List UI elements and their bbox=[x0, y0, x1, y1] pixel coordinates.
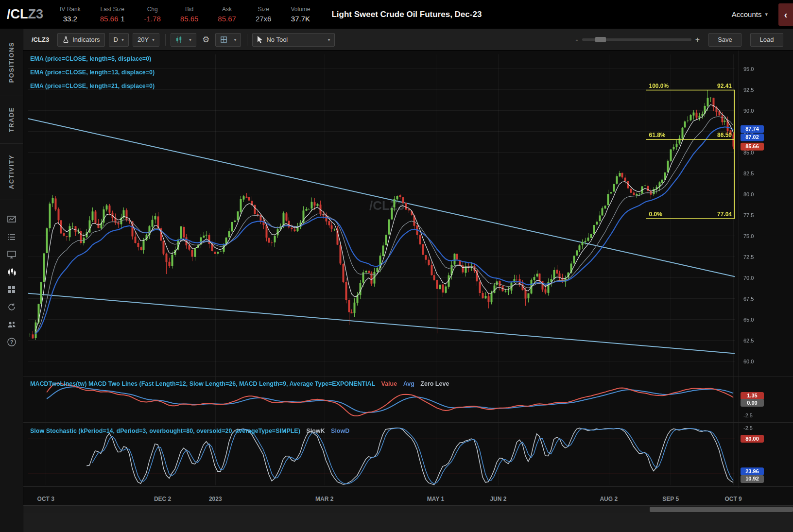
grid-layout-icon bbox=[220, 36, 227, 43]
collapse-chevron-icon: ‹ bbox=[784, 9, 788, 20]
save-button[interactable]: Save bbox=[708, 33, 741, 47]
range-dropdown[interactable]: 20Y ▾ bbox=[133, 33, 159, 47]
collapse-panel-button[interactable]: ‹ bbox=[778, 3, 793, 26]
trade-tab-label: TRADE bbox=[8, 107, 15, 132]
range-value: 20Y bbox=[138, 36, 149, 43]
chart-toolbar: /CLZ3 Indicators D ▾ 20Y ▾ ▾ bbox=[23, 29, 793, 51]
header-stat-chg: Chg-1.78 bbox=[144, 6, 161, 23]
grid-layout-dropdown[interactable]: ▾ bbox=[215, 33, 241, 47]
time-axis-label: OCT 9 bbox=[724, 496, 741, 502]
chevron-down-icon: ▾ bbox=[328, 37, 330, 42]
stat-value: -1.78 bbox=[144, 15, 161, 23]
horizontal-scrollbar[interactable] bbox=[23, 505, 793, 513]
time-axis-label: AUG 2 bbox=[600, 496, 618, 502]
stat-value: 85.67 bbox=[218, 15, 236, 23]
chevron-down-icon: ▾ bbox=[152, 37, 155, 42]
stat-label: Size bbox=[258, 6, 269, 13]
left-sidebar: POSITIONS TRADE ACTIVITY bbox=[0, 29, 23, 532]
timeframe-value: D bbox=[114, 36, 118, 43]
stat-label: Last Size bbox=[100, 6, 124, 13]
zoom-controls: - + Save Load bbox=[571, 33, 787, 47]
stat-label: IV Rank bbox=[60, 6, 81, 13]
header-stat-last-size: Last Size85.661 bbox=[100, 6, 125, 23]
ema-5-study-label[interactable]: EMA (price=CLOSE, length=5, displace=0) bbox=[30, 55, 155, 69]
load-label: Load bbox=[760, 36, 774, 43]
tool-value: No Tool bbox=[266, 36, 288, 43]
sidebar-tab-positions[interactable]: POSITIONS bbox=[0, 29, 23, 96]
candlestick-style-icon bbox=[175, 36, 183, 43]
history-icon[interactable] bbox=[0, 298, 23, 316]
timeframe-dropdown[interactable]: D ▾ bbox=[109, 33, 129, 47]
zoom-in-button[interactable]: + bbox=[691, 35, 704, 44]
zoom-slider-thumb[interactable] bbox=[595, 37, 606, 42]
save-label: Save bbox=[718, 36, 732, 43]
candle-chart-icon[interactable] bbox=[0, 263, 23, 281]
symbol-month-code: Z3 bbox=[28, 7, 44, 21]
svg-text:?: ? bbox=[10, 340, 13, 345]
stat-label: Ask bbox=[222, 6, 232, 13]
scrollbar-thumb[interactable] bbox=[650, 507, 793, 512]
time-axis-label: MAY 1 bbox=[427, 496, 444, 502]
stat-value: 37.7K bbox=[291, 15, 310, 23]
stat-value: 27x6 bbox=[256, 15, 272, 23]
settings-button[interactable]: ⚙ bbox=[200, 33, 211, 47]
chart-area: EMA (price=CLOSE, length=5, displace=0) … bbox=[23, 51, 793, 494]
flask-icon bbox=[62, 36, 69, 43]
header-stat-volume: Volume37.7K bbox=[291, 6, 310, 23]
time-axis-label: DEC 2 bbox=[154, 496, 171, 502]
app-header: /CLZ3 IV Rank33.2Last Size85.661Chg-1.78… bbox=[0, 0, 793, 29]
help-icon[interactable]: ? bbox=[0, 333, 23, 351]
symbol-root: /CL bbox=[7, 7, 28, 21]
stochastic-study-label[interactable]: Slow Stochastic (kPeriod=14, dPeriod=3, … bbox=[30, 428, 349, 434]
chevron-down-icon: ▾ bbox=[121, 37, 124, 42]
list-icon[interactable] bbox=[0, 228, 23, 246]
people-icon[interactable] bbox=[0, 316, 23, 333]
chart-icon[interactable] bbox=[0, 211, 23, 228]
stoch-title-text: Slow Stochastic (kPeriod=14, dPeriod=3, … bbox=[30, 428, 300, 434]
macd-zero-legend: Zero Leve bbox=[420, 380, 449, 387]
stat-label: Volume bbox=[291, 6, 310, 13]
stat-label: Bid bbox=[185, 6, 193, 13]
zoom-out-button[interactable]: - bbox=[571, 35, 582, 44]
stat-value: 85.65 bbox=[180, 15, 199, 23]
gear-icon: ⚙ bbox=[202, 34, 209, 45]
indicators-button[interactable]: Indicators bbox=[57, 33, 104, 47]
accounts-label: Accounts bbox=[732, 10, 762, 18]
chart-style-dropdown[interactable]: ▾ bbox=[171, 33, 196, 47]
header-stat-ask: Ask85.67 bbox=[218, 6, 236, 23]
zoom-slider[interactable] bbox=[582, 38, 691, 41]
header-stat-iv-rank: IV Rank33.2 bbox=[60, 6, 81, 23]
ema-21-study-label[interactable]: EMA (price=CLOSE, length=21, displace=0) bbox=[30, 83, 155, 96]
drawing-tool-dropdown[interactable]: No Tool ▾ bbox=[252, 33, 335, 47]
time-axis-label: MAR 2 bbox=[315, 496, 333, 502]
chevron-down-icon: ▾ bbox=[765, 11, 768, 17]
ema-13-study-label[interactable]: EMA (price=CLOSE, length=13, displace=0) bbox=[30, 69, 155, 83]
load-button[interactable]: Load bbox=[750, 33, 783, 47]
stoch-slowd-legend: SlowD bbox=[331, 428, 349, 434]
stoch-slowk-legend: SlowK bbox=[306, 428, 325, 434]
macd-title-text: MACDTwoLines(tw) MACD Two Lines (Fast Le… bbox=[30, 380, 375, 387]
instrument-title: Light Sweet Crude Oil Futures, Dec-23 bbox=[331, 10, 482, 19]
chevron-down-icon: ▾ bbox=[189, 37, 191, 42]
indicators-label: Indicators bbox=[72, 36, 100, 43]
sidebar-tab-trade[interactable]: TRADE bbox=[0, 96, 23, 144]
activity-tab-label: ACTIVITY bbox=[8, 154, 15, 189]
toolbar-divider bbox=[165, 34, 166, 46]
symbol-input[interactable]: /CLZ3 bbox=[27, 33, 53, 47]
time-axis-label: 2023 bbox=[209, 496, 222, 502]
stat-value: 33.2 bbox=[63, 15, 77, 23]
macd-study-label[interactable]: MACDTwoLines(tw) MACD Two Lines (Fast Le… bbox=[30, 380, 449, 387]
accounts-menu[interactable]: Accounts ▾ bbox=[732, 10, 768, 18]
chart-panel: /CLZ3 Indicators D ▾ 20Y ▾ ▾ bbox=[23, 29, 793, 532]
cursor-icon bbox=[257, 36, 263, 43]
header-stat-size: Size27x6 bbox=[256, 6, 272, 23]
symbol-title: /CLZ3 bbox=[7, 7, 43, 22]
positions-tab-label: POSITIONS bbox=[8, 42, 15, 83]
monitor-icon[interactable] bbox=[0, 246, 23, 263]
quote-stats: IV Rank33.2Last Size85.661Chg-1.78Bid85.… bbox=[60, 6, 329, 23]
sidebar-tab-activity[interactable]: ACTIVITY bbox=[0, 144, 23, 200]
bottom-strip bbox=[23, 513, 793, 532]
time-axis-label: JUN 2 bbox=[490, 496, 506, 502]
grid-icon[interactable] bbox=[0, 281, 23, 298]
toolbar-divider bbox=[247, 34, 247, 46]
